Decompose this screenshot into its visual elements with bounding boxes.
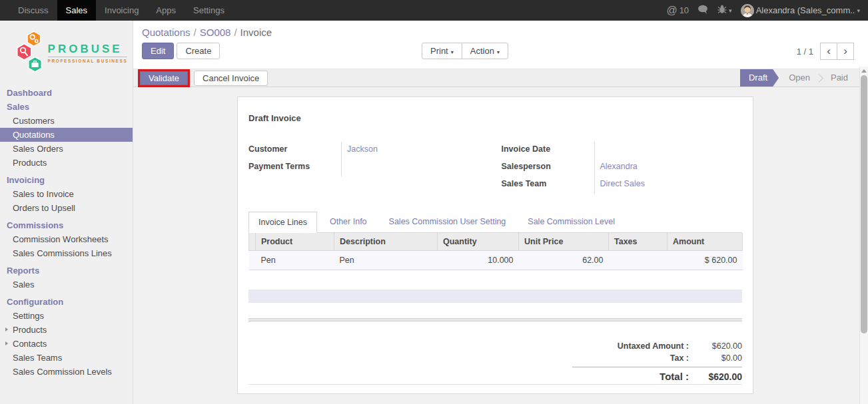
sidebar-item-label: Contacts <box>13 339 47 349</box>
tab-sales-commission-user-setting[interactable]: Sales Commission User Setting <box>380 212 516 233</box>
sidebar-item-orders-to-upsell[interactable]: Orders to Upsell <box>0 201 133 215</box>
mentions-counter[interactable]: @ 10 <box>666 5 689 16</box>
column-unit-price[interactable]: Unit Price <box>519 233 609 251</box>
debug-menu-button[interactable]: ▾ <box>717 5 732 16</box>
logo-hexagons-icon <box>5 27 45 79</box>
field-sales-team: Sales Team Direct Sales <box>502 176 743 194</box>
tab-sale-commission-level[interactable]: Sale Commission Level <box>518 212 624 233</box>
column-product[interactable]: Product <box>256 233 334 251</box>
create-button[interactable]: Create <box>177 43 220 59</box>
invoice-date-value <box>594 142 743 159</box>
caret-down-icon: ▾ <box>451 49 454 55</box>
sheet-bottom-divider <box>248 384 742 385</box>
total-label: Total : <box>572 371 689 382</box>
user-menu[interactable]: Alexandra (Sales_comm.. ▾ <box>741 4 860 17</box>
customer-value-link[interactable]: Jackson <box>347 144 378 154</box>
sales-team-value-link[interactable]: Direct Sales <box>600 179 645 188</box>
tab-invoice-lines[interactable]: Invoice Lines <box>248 212 317 233</box>
edit-button[interactable]: Edit <box>142 43 174 59</box>
sidebar-header-configuration[interactable]: Configuration <box>0 295 133 309</box>
status-draft[interactable]: Draft <box>740 69 779 87</box>
customer-label: Customer <box>248 142 341 159</box>
sidebar-header-reports[interactable]: Reports <box>0 264 133 278</box>
empty-lines-band <box>248 290 742 303</box>
field-salesperson: Salesperson Alexandra <box>502 159 743 176</box>
pager: 1 / 1 ‹ › <box>797 43 854 60</box>
breadcrumb-so008[interactable]: SO008 <box>200 27 231 38</box>
notebook-tabs: Invoice Lines Other Info Sales Commissio… <box>248 212 742 233</box>
menu-settings[interactable]: Settings <box>185 0 233 21</box>
breadcrumb-separator: / <box>230 27 240 38</box>
sidebar-item-products[interactable]: Products <box>0 156 133 170</box>
totals-separator <box>572 367 742 367</box>
sidebar-item-sales-orders[interactable]: Sales Orders <box>0 142 133 156</box>
column-quantity[interactable]: Quantity <box>438 233 519 251</box>
salesperson-value-link[interactable]: Alexandra <box>600 162 638 171</box>
sidebar-header-sales[interactable]: Sales <box>0 100 133 114</box>
breadcrumb-quotations[interactable]: Quotations <box>142 27 191 38</box>
cell-amount[interactable]: $ 620.00 <box>667 251 743 270</box>
menu-discuss[interactable]: Discuss <box>9 0 57 21</box>
sidebar-header-dashboard[interactable]: Dashboard <box>0 86 133 100</box>
messages-button[interactable] <box>697 5 709 17</box>
sidebar-item-sales-to-invoice[interactable]: Sales to Invoice <box>0 187 133 201</box>
sidebar-item-sales-commission-levels[interactable]: Sales Commission Levels <box>0 365 133 379</box>
pager-previous-button[interactable]: ‹ <box>820 43 837 60</box>
menu-invoicing[interactable]: Invoicing <box>96 0 147 21</box>
sidebar-item-settings[interactable]: Settings <box>0 309 133 323</box>
column-description[interactable]: Description <box>334 233 438 251</box>
pager-next-button[interactable]: › <box>837 43 854 60</box>
sidebar-item-config-products[interactable]: Products <box>0 323 133 337</box>
logo-subtitle: PROFESSIONAL BUSINESS <box>48 57 128 63</box>
invoice-date-label: Invoice Date <box>502 142 594 159</box>
handle-column-header <box>249 233 256 251</box>
sidebar-item-reports-sales[interactable]: Sales <box>0 278 133 292</box>
sidebar-item-sales-commissions-lines[interactable]: Sales Commissions Lines <box>0 246 133 260</box>
cell-taxes[interactable] <box>609 251 667 270</box>
menu-apps[interactable]: Apps <box>147 0 185 21</box>
invoice-sheet: Draft Invoice Customer Jackson Payment T… <box>237 97 753 394</box>
company-logo: PROBUSE PROFESSIONAL BUSINESS <box>0 21 133 86</box>
sidebar-item-quotations[interactable]: Quotations <box>0 128 133 142</box>
table-header-row: Product Description Quantity Unit Price … <box>249 233 743 251</box>
cell-quantity[interactable]: 10.000 <box>438 251 519 270</box>
main-area: Quotations/SO008/Invoice Edit Create Pri… <box>133 21 868 404</box>
print-dropdown-button[interactable]: Print▾ <box>422 43 462 59</box>
statusbar: Validate Cancel Invoice Draft Open Paid <box>133 69 859 87</box>
column-taxes[interactable]: Taxes <box>609 233 667 251</box>
control-panel: Quotations/SO008/Invoice Edit Create Pri… <box>133 21 868 69</box>
column-amount[interactable]: Amount <box>667 233 743 251</box>
salesperson-label: Salesperson <box>502 159 594 176</box>
validate-button[interactable]: Validate <box>140 71 188 85</box>
vertical-scrollbar[interactable] <box>859 67 868 404</box>
print-label: Print <box>430 46 448 56</box>
caret-down-icon: ▾ <box>729 7 732 14</box>
form-view-container: Draft Invoice Customer Jackson Payment T… <box>133 87 859 404</box>
scroll-up-arrow-icon[interactable] <box>861 69 867 73</box>
status-paid[interactable]: Paid <box>821 69 858 87</box>
sidebar: PROBUSE PROFESSIONAL BUSINESS Dashboard … <box>0 21 133 404</box>
top-navbar: Discuss Sales Invoicing Apps Settings @ … <box>0 0 868 21</box>
bug-icon <box>717 5 727 16</box>
action-dropdown-button[interactable]: Action▾ <box>462 43 508 59</box>
cell-unit-price[interactable]: 62.00 <box>519 251 609 270</box>
sidebar-item-commission-worksheets[interactable]: Commission Worksheets <box>0 232 133 246</box>
sidebar-header-commissions[interactable]: Commissions <box>0 218 133 232</box>
tab-other-info[interactable]: Other Info <box>320 212 376 233</box>
total-value: $620.00 <box>689 371 742 382</box>
sidebar-header-invoicing[interactable]: Invoicing <box>0 173 133 187</box>
sidebar-item-contacts[interactable]: Contacts <box>0 337 133 351</box>
untaxed-amount-label: Untaxed Amount : <box>572 341 689 351</box>
app-menu: Discuss Sales Invoicing Apps Settings <box>0 0 233 21</box>
cancel-invoice-button[interactable]: Cancel Invoice <box>194 71 268 86</box>
sidebar-item-sales-teams[interactable]: Sales Teams <box>0 351 133 365</box>
cell-product[interactable]: Pen <box>256 251 334 270</box>
field-payment-terms: Payment Terms <box>248 159 490 176</box>
menu-sales[interactable]: Sales <box>57 0 97 21</box>
user-name: Alexandra (Sales_comm.. <box>756 5 855 15</box>
sidebar-item-customers[interactable]: Customers <box>0 114 133 128</box>
table-row[interactable]: Pen Pen 10.000 62.00 $ 620.00 <box>249 251 743 270</box>
cell-description[interactable]: Pen <box>334 251 438 270</box>
invoice-lines-table: Product Description Quantity Unit Price … <box>248 233 743 270</box>
scrollbar-thumb[interactable] <box>861 75 867 333</box>
